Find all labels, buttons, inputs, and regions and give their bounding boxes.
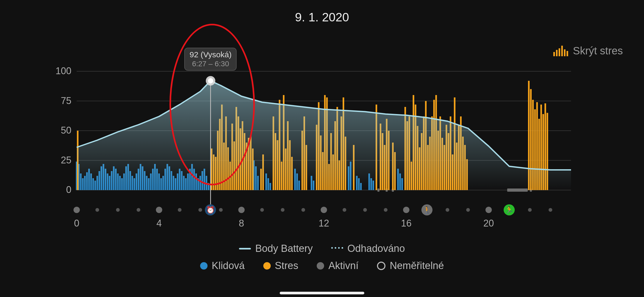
svg-point-216 <box>281 208 284 212</box>
legend-unmeasurable: Neměřitelné <box>377 260 444 271</box>
svg-point-220 <box>384 208 388 212</box>
walk-icon[interactable]: 🚶 <box>421 204 433 215</box>
rest-color-icon <box>200 262 208 270</box>
legend-active-label: Aktivní <box>328 260 358 271</box>
svg-point-212 <box>178 208 182 212</box>
tooltip-value: 92 (Vysoká) <box>190 50 232 59</box>
svg-point-222 <box>446 208 449 212</box>
unmeasurable-ring-icon <box>377 262 385 270</box>
legend-body-battery: Body Battery <box>239 243 313 254</box>
svg-point-202 <box>208 78 213 83</box>
x-tick-label: 4 <box>157 218 162 229</box>
svg-point-207 <box>403 207 410 213</box>
svg-point-204 <box>156 207 162 213</box>
alarm-icon[interactable]: ⏰ <box>205 204 216 215</box>
x-tick-label: 16 <box>401 218 412 229</box>
svg-point-223 <box>466 208 470 212</box>
legend-body-battery-label: Body Battery <box>255 243 313 254</box>
svg-point-219 <box>363 208 367 212</box>
svg-point-218 <box>343 208 346 212</box>
svg-point-211 <box>137 208 140 212</box>
legend-line: Body Battery Odhadováno <box>0 243 644 254</box>
legend-active: Aktivní <box>317 260 358 271</box>
y-tick-label: 75 <box>42 95 71 106</box>
x-tick-label: 8 <box>239 218 244 229</box>
tooltip-range: 6:27 – 6:30 <box>190 60 232 68</box>
legend-rest: Klidová <box>200 260 245 271</box>
svg-point-209 <box>95 208 99 212</box>
svg-point-206 <box>321 207 327 213</box>
svg-point-208 <box>485 207 492 213</box>
y-tick-label: 50 <box>42 125 71 136</box>
legend-estimated-label: Odhadováno <box>347 243 405 254</box>
stress-color-icon <box>263 262 271 270</box>
y-tick-label: 0 <box>42 184 71 195</box>
line-icon <box>239 248 251 249</box>
data-tooltip: 92 (Vysoká) 6:27 – 6:30 <box>185 48 237 70</box>
legend-unmeasurable-label: Neměřitelné <box>390 260 444 271</box>
svg-point-213 <box>199 208 202 212</box>
x-tick-label: 20 <box>483 218 494 229</box>
x-tick-label: 12 <box>319 218 329 229</box>
svg-point-217 <box>301 208 305 212</box>
run-icon[interactable]: 🏃 <box>504 204 515 215</box>
svg-point-215 <box>260 208 264 212</box>
legend-rest-label: Klidová <box>212 260 245 271</box>
svg-point-214 <box>219 208 223 212</box>
home-indicator[interactable] <box>280 292 364 294</box>
svg-point-210 <box>116 208 120 212</box>
active-color-icon <box>317 262 324 270</box>
y-tick-label: 25 <box>42 155 71 166</box>
svg-point-205 <box>238 207 245 213</box>
dotted-line-icon <box>331 247 343 250</box>
legend-bars: Klidová Stres Aktivní Neměřitelné <box>0 260 644 271</box>
x-tick-label: 0 <box>74 218 79 229</box>
y-tick-label: 100 <box>42 65 71 77</box>
legend-stress: Stres <box>263 260 298 271</box>
svg-point-203 <box>73 207 80 213</box>
legend-stress-label: Stres <box>275 260 298 271</box>
svg-point-225 <box>528 208 532 212</box>
svg-point-226 <box>549 208 552 212</box>
legend-estimated: Odhadováno <box>331 243 405 254</box>
